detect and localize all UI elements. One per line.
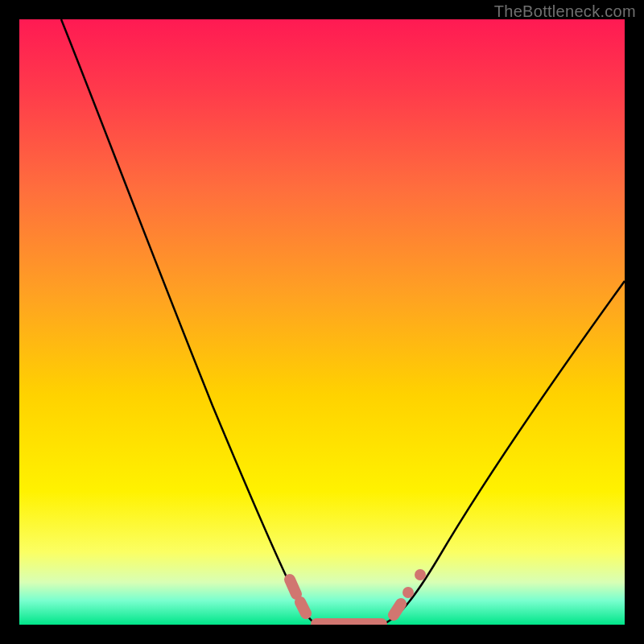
marker-left-upper [290, 580, 296, 594]
watermark-text: TheBottleneck.com [494, 2, 636, 21]
marker-right-gap [402, 587, 414, 598]
marker-right-lower [394, 604, 401, 615]
chart-plot-area [19, 19, 625, 625]
curve-left-branch [61, 19, 317, 625]
marker-right-upper [415, 569, 426, 580]
marker-left-lower [300, 602, 306, 613]
bottleneck-curve [19, 19, 625, 625]
